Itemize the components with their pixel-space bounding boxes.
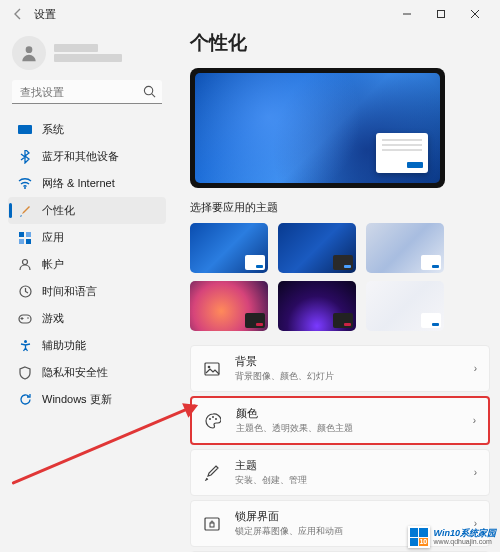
- theme-option[interactable]: [366, 281, 444, 331]
- nav-privacy[interactable]: 隐私和安全性: [8, 359, 166, 386]
- nav-label: 时间和语言: [42, 284, 97, 299]
- svg-point-6: [24, 187, 26, 189]
- clock-icon: [18, 285, 32, 299]
- palette-icon: [204, 412, 222, 430]
- user-name-redacted: [54, 44, 122, 62]
- avatar: [12, 36, 46, 70]
- nav-label: 应用: [42, 230, 64, 245]
- maximize-button[interactable]: [424, 2, 458, 26]
- svg-rect-16: [205, 363, 219, 375]
- desktop-preview: [190, 68, 445, 188]
- setting-heading: 主题: [235, 458, 460, 473]
- nav-label: 网络 & Internet: [42, 176, 115, 191]
- setting-themes[interactable]: 主题 安装、创建、管理 ›: [190, 449, 490, 496]
- update-icon: [18, 393, 32, 407]
- nav-windows-update[interactable]: Windows 更新: [8, 386, 166, 413]
- watermark: 10 Win10系统家园 www.qdhuajin.com: [408, 526, 496, 548]
- svg-rect-8: [26, 232, 31, 237]
- user-profile[interactable]: [8, 32, 166, 80]
- svg-rect-1: [438, 11, 445, 18]
- back-icon[interactable]: [8, 4, 28, 24]
- sidebar: 系统 蓝牙和其他设备 网络 & Internet 个性化 应用 帐户: [0, 28, 170, 552]
- nav-gaming[interactable]: 游戏: [8, 305, 166, 332]
- main-content: 个性化 选择要应用的主题 背景 背景图像、颜色、幻灯: [170, 28, 500, 552]
- svg-rect-5: [18, 125, 32, 134]
- nav-accessibility[interactable]: 辅助功能: [8, 332, 166, 359]
- svg-point-17: [208, 365, 211, 368]
- nav-label: 隐私和安全性: [42, 365, 108, 380]
- setting-heading: 锁屏界面: [235, 509, 460, 524]
- svg-rect-9: [19, 239, 24, 244]
- svg-point-19: [212, 416, 214, 418]
- page-title: 个性化: [190, 30, 490, 56]
- chevron-right-icon: ›: [473, 415, 476, 426]
- watermark-line2: www.qdhuajin.com: [434, 538, 496, 545]
- shield-icon: [18, 366, 32, 380]
- lock-screen-icon: [203, 515, 221, 533]
- search-input[interactable]: [12, 80, 162, 104]
- person-icon: [18, 258, 32, 272]
- svg-rect-10: [26, 239, 31, 244]
- svg-point-14: [27, 317, 29, 319]
- window-titlebar: 设置: [0, 0, 500, 28]
- brush-icon: [18, 204, 32, 218]
- theme-section-label: 选择要应用的主题: [190, 200, 490, 215]
- chevron-right-icon: ›: [474, 363, 477, 374]
- window-title: 设置: [34, 7, 56, 22]
- chevron-right-icon: ›: [474, 467, 477, 478]
- setting-heading: 颜色: [236, 406, 459, 421]
- nav-apps[interactable]: 应用: [8, 224, 166, 251]
- wifi-icon: [18, 177, 32, 191]
- bluetooth-icon: [18, 150, 32, 164]
- svg-rect-7: [19, 232, 24, 237]
- setting-colors[interactable]: 颜色 主题色、透明效果、颜色主题 ›: [190, 396, 490, 445]
- nav-label: 蓝牙和其他设备: [42, 149, 119, 164]
- gamepad-icon: [18, 312, 32, 326]
- watermark-logo: 10: [408, 526, 430, 548]
- nav-label: 游戏: [42, 311, 64, 326]
- svg-line-4: [152, 94, 155, 97]
- nav-label: 系统: [42, 122, 64, 137]
- svg-rect-22: [210, 523, 214, 527]
- theme-option[interactable]: [190, 281, 268, 331]
- svg-rect-21: [205, 518, 219, 530]
- svg-point-20: [215, 418, 217, 420]
- brush-icon: [203, 464, 221, 482]
- image-icon: [203, 360, 221, 378]
- watermark-line1: Win10系统家园: [434, 529, 496, 538]
- nav-time-language[interactable]: 时间和语言: [8, 278, 166, 305]
- minimize-button[interactable]: [390, 2, 424, 26]
- svg-point-3: [144, 86, 152, 94]
- accessibility-icon: [18, 339, 32, 353]
- nav-label: 辅助功能: [42, 338, 86, 353]
- nav-accounts[interactable]: 帐户: [8, 251, 166, 278]
- svg-point-2: [26, 46, 33, 53]
- close-button[interactable]: [458, 2, 492, 26]
- apps-icon: [18, 231, 32, 245]
- setting-sub: 主题色、透明效果、颜色主题: [236, 422, 459, 435]
- system-icon: [18, 123, 32, 137]
- settings-list: 背景 背景图像、颜色、幻灯片 › 颜色 主题色、透明效果、颜色主题 › 主题 安…: [190, 345, 490, 552]
- nav-personalization[interactable]: 个性化: [8, 197, 166, 224]
- setting-sub: 安装、创建、管理: [235, 474, 460, 487]
- svg-point-18: [209, 418, 211, 420]
- setting-sub: 背景图像、颜色、幻灯片: [235, 370, 460, 383]
- nav-label: 个性化: [42, 203, 75, 218]
- theme-grid: [190, 223, 490, 331]
- svg-point-11: [23, 260, 28, 265]
- nav-label: Windows 更新: [42, 392, 112, 407]
- setting-background[interactable]: 背景 背景图像、颜色、幻灯片 ›: [190, 345, 490, 392]
- nav-network[interactable]: 网络 & Internet: [8, 170, 166, 197]
- theme-option[interactable]: [278, 223, 356, 273]
- theme-option[interactable]: [366, 223, 444, 273]
- setting-heading: 背景: [235, 354, 460, 369]
- theme-option[interactable]: [190, 223, 268, 273]
- search-box[interactable]: [12, 80, 162, 104]
- nav-list: 系统 蓝牙和其他设备 网络 & Internet 个性化 应用 帐户: [8, 116, 166, 413]
- nav-label: 帐户: [42, 257, 64, 272]
- theme-option[interactable]: [278, 281, 356, 331]
- svg-point-15: [24, 340, 27, 343]
- search-icon: [143, 84, 156, 102]
- nav-system[interactable]: 系统: [8, 116, 166, 143]
- nav-bluetooth[interactable]: 蓝牙和其他设备: [8, 143, 166, 170]
